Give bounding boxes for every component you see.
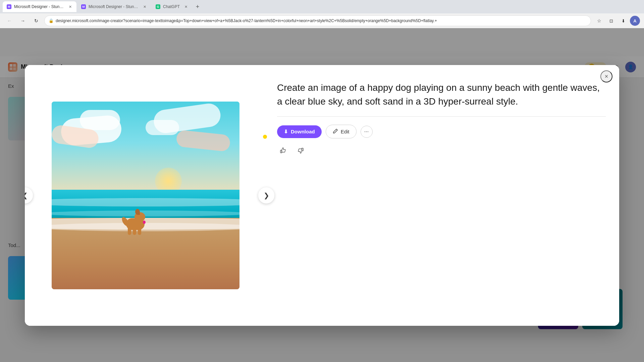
next-image-button[interactable]: ❯ [258,187,274,203]
thumbs-down-icon [297,147,304,156]
modal-prompt-text: Create an image of a happy dog playing o… [277,81,606,108]
thumbs-up-icon [280,147,286,156]
modal-actions: ⬇ Download Edit ··· [277,125,606,138]
prev-image-button[interactable]: ❮ [25,187,33,203]
download-icon: ⬇ [284,129,288,135]
modal-content-area: Create an image of a happy dog playing o… [266,65,619,326]
thumbs-down-button[interactable] [294,145,307,157]
screenshot-icon: ⊡ [609,18,613,23]
star-button[interactable]: ☆ [594,15,604,26]
tab-1[interactable]: M Microsoft Designer - Stunning ✕ [3,1,76,12]
edit-icon [333,128,338,135]
tab-3-close[interactable]: ✕ [184,4,188,10]
edit-label: Edit [341,129,350,134]
address-bar-row: ← → ↻ 🔒 designer.microsoft.com/image-cre… [0,13,644,28]
browser-actions: ☆ ⊡ ⬇ A [594,15,640,26]
back-icon: ← [7,18,12,23]
prev-arrow-icon: ❮ [25,191,28,199]
modal-image [52,102,239,289]
screenshot-button[interactable]: ⊡ [606,15,616,26]
dog-leg-2 [133,228,136,235]
forward-button[interactable]: → [17,15,28,26]
more-icon: ··· [364,129,369,135]
more-options-button[interactable]: ··· [361,126,373,138]
tab-1-label: Microsoft Designer - Stunning [14,4,64,9]
wave-1 [52,198,239,206]
dog-tongue [143,221,146,224]
next-arrow-icon: ❯ [264,191,269,199]
image-detail-modal: × ❮ [25,65,619,326]
tab-2-close[interactable]: ✕ [143,4,147,10]
cloud-6 [146,120,179,135]
url-lock-icon: 🔒 [49,18,54,23]
address-bar[interactable]: 🔒 designer.microsoft.com/image-creator?s… [44,15,591,26]
cloud-2 [80,110,120,130]
url-text: designer.microsoft.com/image-creator?sce… [56,18,437,23]
dog-ear [135,209,140,215]
download-button[interactable]: ⬇ Download [277,125,322,138]
sky-layer [52,102,239,205]
edit-button[interactable]: Edit [326,125,357,138]
new-tab-button[interactable]: + [193,2,202,11]
back-button[interactable]: ← [4,15,15,26]
star-icon: ☆ [597,18,601,23]
download-label: Download [291,129,315,134]
thumbs-up-button[interactable] [277,145,289,157]
close-icon: × [605,73,608,80]
download-browser-button[interactable]: ⬇ [618,15,629,26]
refresh-icon: ↻ [34,18,38,23]
account-button[interactable]: A [630,16,640,26]
dog-leg-3 [138,228,141,235]
tab-2[interactable]: M Microsoft Designer - Stunning ✕ [77,1,151,12]
modal-divider [277,116,606,117]
tab-2-label: Microsoft Designer - Stunning [89,4,139,9]
tab-bar: M Microsoft Designer - Stunning ✕ M Micr… [0,0,644,13]
modal-close-button[interactable]: × [600,70,612,82]
account-icon: A [633,18,636,23]
browser-chrome: M Microsoft Designer - Stunning ✕ M Micr… [0,0,644,28]
download-browser-icon: ⬇ [622,18,625,23]
forward-icon: → [20,18,25,23]
cloud-5 [176,130,231,152]
refresh-button[interactable]: ↻ [31,15,42,26]
modal-overlay: × ❮ [0,28,644,362]
beach-scene [52,102,239,289]
tab-3-label: ChatGPT [163,4,180,9]
dog-figure [121,210,151,237]
modal-feedback [277,145,606,157]
tab-1-close[interactable]: ✕ [68,4,72,10]
dog-leg-1 [128,228,131,235]
tab-3[interactable]: G ChatGPT ✕ [152,1,192,12]
modal-image-area: ❮ [25,65,266,326]
